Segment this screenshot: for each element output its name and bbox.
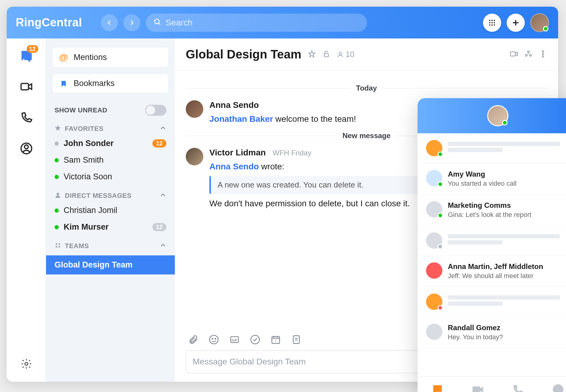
mobile-conversation-row[interactable]: Marketing CommsGina: Let's look at the r… [418,194,566,226]
svg-point-18 [56,243,57,245]
mobile-conversation-row[interactable] [418,226,566,256]
dm-item[interactable]: Kim Murser12 [46,219,175,235]
search-input[interactable] [166,18,359,28]
avatar[interactable] [186,148,203,165]
svg-text:GIF: GIF [232,338,238,342]
rail-settings[interactable] [21,358,32,371]
svg-point-25 [528,51,529,53]
dm-item[interactable]: Christian Jomil [46,202,175,219]
search-field[interactable] [146,14,367,32]
gif-icon[interactable]: GIF [229,334,240,346]
svg-point-20 [56,246,57,247]
mobile-nav-phone[interactable] [512,384,524,392]
item-name: Global Design Team [55,260,133,270]
person-icon [55,192,61,200]
mobile-avatar[interactable] [487,105,508,126]
svg-point-10 [494,24,495,25]
emoji-icon[interactable] [209,334,219,346]
rail-chat[interactable]: 12 [20,49,33,63]
members-icon[interactable] [524,50,533,59]
mentions-card[interactable]: @ Mentions [52,47,169,68]
svg-point-19 [58,243,60,245]
mobile-row-name: Anna Martin, Jeff Middleton [448,262,566,271]
avatar[interactable] [186,100,203,118]
start-video-button[interactable] [510,50,518,59]
avatar [426,324,442,340]
svg-point-8 [489,24,490,25]
presence-dot [55,175,59,179]
show-unread-toggle[interactable] [145,105,166,116]
teams-header[interactable]: TEAMS [46,235,175,252]
svg-point-2 [489,20,490,21]
svg-rect-24 [510,52,515,56]
more-menu-button[interactable] [539,50,547,59]
favorite-item[interactable]: John Sonder12 [46,135,175,152]
task-icon[interactable] [250,334,260,346]
mobile-conversation-row[interactable] [418,133,566,163]
team-item[interactable]: Global Design Team [46,255,175,274]
svg-point-4 [494,20,495,21]
svg-point-0 [155,19,159,24]
new-action-button[interactable] [507,14,525,32]
mobile-conversation-row[interactable]: Anna Martin, Jeff MiddletonJeff: We shou… [418,256,566,287]
mobile-row-sub: Hey. You in today? [448,333,566,341]
svg-point-9 [491,24,493,25]
calendar-icon[interactable]: 7 [271,334,281,346]
dialpad-button[interactable] [483,14,501,32]
unread-badge: 12 [152,139,166,148]
bookmarks-card[interactable]: Bookmarks [52,74,169,93]
note-icon[interactable] [291,334,301,346]
chevron-up-icon [160,242,166,250]
mobile-nav-chat[interactable] [431,384,444,392]
star-icon [55,125,61,133]
attach-icon[interactable] [188,334,198,346]
today-divider: Today [356,84,377,92]
member-count[interactable]: 10 [337,50,355,59]
svg-text:7: 7 [275,339,277,343]
svg-point-36 [251,335,259,344]
presence-indicator [543,26,548,32]
svg-point-32 [212,338,213,339]
new-message-divider: New message [342,131,391,140]
item-name: Kim Murser [64,222,109,232]
mobile-conversation-row[interactable]: Randall GomezHey. You in today? [418,317,566,348]
svg-point-29 [542,53,544,55]
show-unread-label: SHOW UNREAD [55,106,107,114]
mobile-conversation-row[interactable] [418,287,566,317]
rail-chat-badge: 12 [27,45,38,53]
message-sender[interactable]: Victor Lidman [209,148,266,158]
avatar [426,201,442,218]
presence-dot [55,158,59,162]
rail-contacts[interactable] [20,142,33,156]
rail-video[interactable] [20,80,33,94]
mobile-nav-video[interactable] [472,384,484,392]
favorites-header[interactable]: FAVORITES [46,118,175,135]
mobile-preview-panel: Amy WangYou started a video callMarketin… [418,98,566,392]
bookmarks-label: Bookmarks [74,79,115,88]
mobile-nav-contacts[interactable] [552,384,564,392]
mobile-row-name: Amy Wang [448,170,566,178]
mention-link[interactable]: Anna Sendo [209,162,259,171]
mentions-label: Mentions [74,53,107,62]
svg-point-28 [542,51,544,52]
user-avatar[interactable] [530,13,549,32]
nav-back-button[interactable] [101,14,118,31]
favorite-star-button[interactable] [308,50,316,59]
svg-point-21 [58,246,60,247]
nav-forward-button[interactable] [123,14,140,31]
message-sender[interactable]: Anna Sendo [209,100,259,110]
chevron-up-icon [160,192,166,200]
rail-phone[interactable] [20,111,33,125]
mention-link[interactable]: Jonathan Baker [209,114,273,124]
dm-header[interactable]: DIRECT MESSAGES [46,185,175,202]
svg-point-6 [491,22,493,23]
bookmark-icon [59,79,68,88]
favorite-item[interactable]: Victoria Soon [46,168,175,185]
mobile-conversation-row[interactable]: Amy WangYou started a video call [418,163,566,194]
item-name: Victoria Soon [64,172,112,181]
svg-point-33 [215,338,216,339]
favorite-item[interactable]: Sam Smith [46,152,175,168]
avatar [426,140,442,156]
avatar [426,294,442,310]
svg-rect-13 [21,84,28,90]
